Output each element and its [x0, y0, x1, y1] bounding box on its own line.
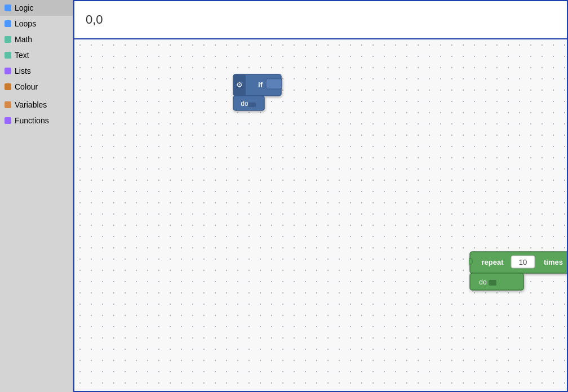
loops-color-dot [5, 20, 11, 27]
sidebar: Logic Loops Math Text Lists Colour Varia… [0, 0, 73, 392]
svg-text:if: if [258, 81, 263, 89]
sidebar-item-math[interactable]: Math [0, 32, 73, 47]
if-block[interactable]: ⚙ if do [232, 73, 283, 115]
main-area: 0,0 ⚙ if do [73, 0, 568, 392]
svg-text:⚙: ⚙ [236, 81, 243, 89]
sidebar-label-loops: Loops [15, 19, 36, 28]
sidebar-label-variables: Variables [15, 100, 47, 109]
svg-rect-15 [489, 280, 496, 286]
svg-text:repeat: repeat [481, 258, 504, 266]
logic-color-dot [5, 5, 11, 11]
sidebar-item-lists[interactable]: Lists [0, 63, 73, 79]
coord-bar: 0,0 [73, 0, 568, 38]
svg-text:10: 10 [519, 258, 527, 266]
sidebar-label-text: Text [15, 51, 29, 60]
svg-text:do: do [479, 278, 487, 286]
colour-color-dot [5, 83, 11, 90]
lists-color-dot [5, 68, 11, 74]
functions-color-dot [5, 117, 11, 124]
sidebar-label-logic: Logic [15, 3, 33, 12]
math-color-dot [5, 36, 11, 43]
svg-rect-16 [469, 259, 472, 264]
svg-rect-4 [266, 79, 282, 89]
sidebar-item-loops[interactable]: Loops [0, 16, 73, 32]
repeat-block[interactable]: repeat 10 times do [469, 251, 568, 295]
coord-display: 0,0 [86, 12, 103, 27]
sidebar-item-variables[interactable]: Variables [0, 97, 73, 113]
canvas[interactable]: ⚙ if do repeat 10 [73, 38, 568, 392]
svg-rect-13 [470, 273, 523, 290]
svg-text:do: do [241, 100, 248, 108]
text-color-dot [5, 52, 11, 59]
svg-text:times: times [544, 258, 563, 266]
sidebar-item-text[interactable]: Text [0, 47, 73, 63]
sidebar-label-lists: Lists [15, 66, 31, 75]
sidebar-item-functions[interactable]: Functions [0, 113, 73, 128]
repeat-block-svg: repeat 10 times do [469, 251, 568, 293]
sidebar-item-colour[interactable]: Colour [0, 79, 73, 95]
variables-color-dot [5, 101, 11, 108]
sidebar-items: Logic Loops Math Text Lists Colour Varia… [0, 0, 73, 392]
if-block-svg: ⚙ if do [232, 73, 283, 113]
sidebar-label-math: Math [15, 35, 32, 44]
svg-rect-7 [248, 103, 256, 107]
sidebar-item-logic[interactable]: Logic [0, 0, 73, 16]
sidebar-label-functions: Functions [15, 116, 49, 125]
sidebar-label-colour: Colour [15, 82, 38, 91]
